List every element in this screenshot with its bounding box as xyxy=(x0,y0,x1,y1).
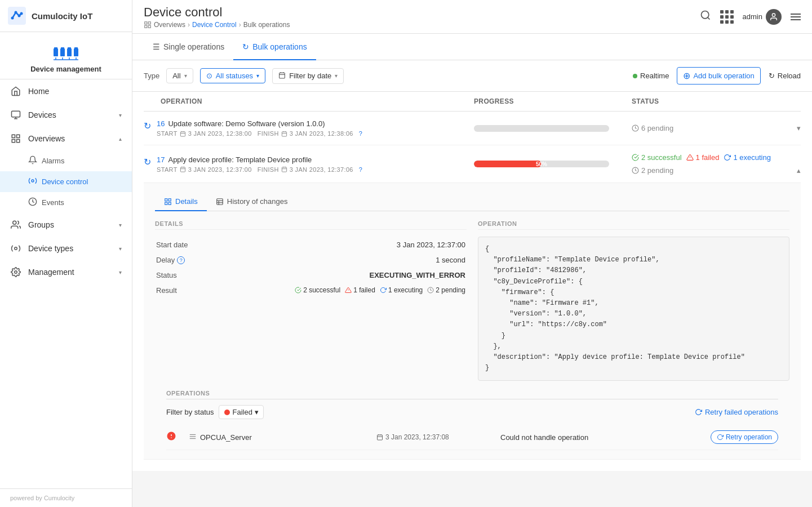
result-success: 2 successful xyxy=(295,286,340,294)
type-filter-label: Type xyxy=(144,72,159,80)
op-17-status-executing: 1 executing xyxy=(724,153,771,162)
realtime-button[interactable]: Realtime xyxy=(633,72,669,80)
tab-single-operations[interactable]: ☰ Single operations xyxy=(144,34,233,60)
sidebar-subitem-alarms[interactable]: Alarms xyxy=(0,150,132,171)
op-16-dates: START 3 Jan 2023, 12:38:00 FINISH 3 Jan … xyxy=(157,130,362,137)
svg-rect-8 xyxy=(61,47,64,48)
overviews-chevron-icon: ▴ xyxy=(119,136,122,142)
sidebar-item-device-types[interactable]: Device types ▾ xyxy=(0,237,132,260)
sidebar-item-management[interactable]: Management ▾ xyxy=(0,260,132,284)
sidebar-item-home-label: Home xyxy=(28,87,122,96)
op-16-id: 16 xyxy=(157,119,165,128)
user-menu[interactable]: admin xyxy=(743,9,782,25)
tabs-bar: ☰ Single operations ↻ Bulk operations xyxy=(132,34,812,60)
error-circle-icon xyxy=(166,431,176,441)
breadcrumb-bulk-operations: Bulk operations xyxy=(243,21,290,29)
retry-all-icon xyxy=(695,408,702,416)
add-bulk-operation-button[interactable]: ⊕ Add bulk operation xyxy=(677,67,760,84)
svg-point-4 xyxy=(20,12,23,15)
svg-rect-6 xyxy=(54,47,57,48)
status-failed-filter[interactable]: Failed ▾ xyxy=(219,405,264,419)
retry-failed-button[interactable]: Retry failed operations xyxy=(695,408,778,416)
status-filter-select[interactable]: ⊙ All statuses ▾ xyxy=(200,68,265,83)
reload-label: Reload xyxy=(778,72,801,80)
calendar-start-16-icon xyxy=(180,131,186,137)
filter-arrow-icon: ▾ xyxy=(255,408,259,416)
result-pending: 2 pending xyxy=(427,286,465,294)
device-mgmt-label: Device management xyxy=(30,65,101,73)
reload-button[interactable]: ↻ Reload xyxy=(769,72,801,80)
filter-bar: Type All ▾ ⊙ All statuses ▾ Filter by da… xyxy=(132,60,812,92)
start-label-16: START xyxy=(157,130,178,137)
retry-op-label: Retry operation xyxy=(726,433,772,441)
op-16-expand-icon[interactable]: ▾ xyxy=(797,124,801,132)
status-filter-icon: ⊙ xyxy=(206,72,212,80)
breadcrumb-device-control[interactable]: Device Control xyxy=(192,21,237,29)
retry-all-label: Retry failed operations xyxy=(705,408,778,416)
clock-icon xyxy=(632,124,639,132)
tab-bulk-label: Bulk operations xyxy=(252,42,307,51)
op-16-title: Update software: Demo Software (version … xyxy=(168,119,325,128)
detail-tab-details[interactable]: Details xyxy=(155,193,207,211)
op-17-finish-date: 3 Jan 2023, 12:37:06 xyxy=(290,166,353,173)
overviews-icon xyxy=(10,133,21,144)
op-17-progress-text: 50% xyxy=(536,161,547,167)
detail-left: DETAILS Start date 3 Jan 2023, 12:37:00 … xyxy=(155,220,467,381)
op-17-collapse-icon[interactable]: ▴ xyxy=(797,166,801,175)
op-17-progress-fill xyxy=(474,161,542,167)
device-control-icon xyxy=(28,176,37,187)
sidebar-item-devices[interactable]: Devices ▾ xyxy=(0,103,132,127)
warning-icon xyxy=(686,154,694,161)
svg-rect-64 xyxy=(168,202,171,204)
sidebar-brand: Cumulocity IoT xyxy=(0,0,132,32)
breadcrumb: Overviews › Device Control › Bulk operat… xyxy=(144,21,290,29)
svg-point-28 xyxy=(15,247,17,250)
sidebar-item-groups[interactable]: Groups ▾ xyxy=(0,213,132,237)
sidebar-item-overviews[interactable]: Overviews ▴ xyxy=(0,127,132,150)
detail-tab-history[interactable]: History of changes xyxy=(207,193,297,211)
svg-rect-33 xyxy=(148,25,150,28)
date-filter-select[interactable]: Filter by date ▾ xyxy=(272,68,344,84)
sidebar-item-overviews-label: Overviews xyxy=(28,134,112,143)
sidebar-subitem-events[interactable]: Events xyxy=(0,192,132,213)
main: Device control Overviews › Device Contro… xyxy=(132,0,812,507)
search-icon[interactable] xyxy=(700,10,711,24)
sidebar-item-management-label: Management xyxy=(28,268,112,277)
detail-status-value: EXECUTING_WITH_ERROR xyxy=(225,268,465,282)
svg-rect-7 xyxy=(60,48,65,56)
detail-start-value: 3 Jan 2023, 12:37:00 xyxy=(225,238,465,252)
col-status: Status xyxy=(632,97,801,105)
svg-rect-21 xyxy=(12,135,15,137)
result-failed: 1 failed xyxy=(345,286,375,294)
op-17-title: Apply device profile: Template Device pr… xyxy=(168,155,312,164)
svg-point-2 xyxy=(15,11,17,14)
tab-bulk-operations[interactable]: ↻ Bulk operations xyxy=(233,34,316,60)
svg-rect-65 xyxy=(217,198,223,204)
start-label-17: START xyxy=(157,166,178,173)
sidebar-subitem-device-control[interactable]: Device control xyxy=(0,171,132,192)
operations-sub-section: OPERATIONS Filter by status Failed ▾ xyxy=(155,390,789,459)
detail-delay-value: 1 second xyxy=(225,253,465,267)
management-icon xyxy=(10,266,21,278)
reload-icon: ↻ xyxy=(769,72,775,80)
sidebar-device-mgmt: Device management xyxy=(0,32,132,79)
date-filter-arrow-icon: ▾ xyxy=(335,73,338,79)
device-types-chevron-icon: ▾ xyxy=(119,246,122,252)
delay-help-icon: ? xyxy=(177,256,185,264)
username: admin xyxy=(743,12,762,21)
menu-icon[interactable] xyxy=(791,14,801,20)
type-filter-select[interactable]: All ▾ xyxy=(166,68,193,83)
op-16-start-date: 3 Jan 2023, 12:38:00 xyxy=(188,130,252,137)
sidebar-item-home[interactable]: Home xyxy=(0,79,132,103)
retry-operation-button[interactable]: Retry operation xyxy=(711,430,778,444)
realtime-dot xyxy=(633,74,637,78)
op-17-status-success: 2 successful xyxy=(632,153,682,162)
op-16-status-pending: 6 pending xyxy=(632,124,673,132)
op-17-info: ↻ 17 Apply device profile: Template Devi… xyxy=(144,155,474,173)
grid-icon[interactable] xyxy=(720,10,734,24)
device-bar-svg-icon xyxy=(189,433,197,441)
svg-rect-9 xyxy=(67,48,72,56)
filter-by-status-label: Filter by status xyxy=(166,408,214,416)
device-mgmt-icon xyxy=(52,42,79,63)
op-16-details: 16 Update software: Demo Software (versi… xyxy=(157,119,362,137)
